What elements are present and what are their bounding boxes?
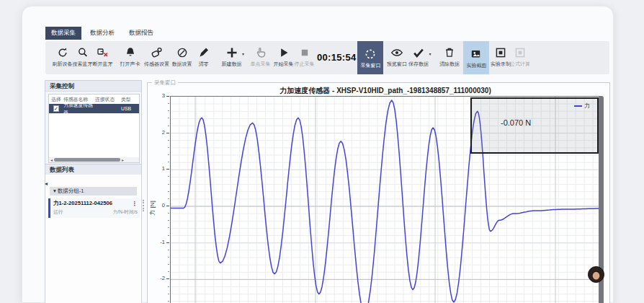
chart-legend: 力 bbox=[574, 102, 590, 110]
y-minor-tick bbox=[168, 126, 169, 126]
preview-window-icon bbox=[390, 46, 403, 59]
y-minor-tick bbox=[168, 257, 169, 258]
chevron-down-icon[interactable]: ▾ bbox=[242, 51, 244, 56]
toolbar-button-tare-zero[interactable]: 清零 bbox=[194, 41, 213, 68]
sensor-table: 选择传感器名称连接状态类型 ✓ 力加速度传感器 USB ◂ ▸ bbox=[48, 94, 140, 163]
y-minor-tick bbox=[168, 294, 169, 294]
toolbar-button-preview-window[interactable]: 预览窗口 bbox=[387, 41, 406, 68]
y-minor-tick bbox=[168, 110, 169, 111]
y-major-tick bbox=[166, 206, 169, 206]
y-tick-label: -2 bbox=[151, 275, 165, 281]
refresh-device-icon bbox=[56, 46, 69, 59]
main-tabs: 数据采集数据分析数据报告 bbox=[45, 27, 159, 40]
y-minor-tick bbox=[168, 184, 169, 185]
y-axis: 力 [N] 3210-1-2 bbox=[148, 83, 170, 303]
data-list-panel: 数据列表 ▾ 数据分组-1 力1-2-20251112-042506 ⋮ 运行 … bbox=[45, 164, 142, 303]
data-item-menu-icon[interactable]: ⋮ bbox=[132, 201, 138, 207]
y-major-tick bbox=[166, 96, 169, 97]
y-tick-label: 1 bbox=[151, 165, 165, 172]
data-item[interactable]: 力1-2-20251112-042506 ⋮ 运行 力/N-时间/s bbox=[48, 198, 140, 218]
start-capture-icon bbox=[277, 46, 290, 59]
y-minor-tick bbox=[168, 118, 169, 118]
toolbar-button-new-data[interactable]: 新建数据 bbox=[222, 41, 241, 68]
data-item-name: 力1-2-20251112-042506 bbox=[53, 200, 112, 207]
data-item-axes: 力/N-时间/s bbox=[112, 208, 138, 216]
toolbar-button-start-capture[interactable]: 开始采集 bbox=[274, 41, 293, 68]
y-tick-label: 2 bbox=[151, 129, 165, 136]
toolbar-button-point-capture[interactable]: 单点采集 bbox=[251, 41, 270, 68]
y-minor-tick bbox=[168, 301, 169, 302]
experiment-record-icon bbox=[494, 46, 507, 59]
y-minor-tick bbox=[168, 198, 169, 199]
y-minor-tick bbox=[168, 191, 169, 192]
avatar-badge[interactable] bbox=[588, 266, 604, 283]
y-minor-tick bbox=[168, 235, 169, 236]
toolbar-button-save-data[interactable]: 保存数据 bbox=[408, 41, 428, 68]
chart-plot-area[interactable]: -0.070 N 力 bbox=[170, 96, 601, 303]
toolbar-button-stop-capture[interactable]: 停止采集 bbox=[295, 41, 314, 68]
sensor-checkbox[interactable]: ✓ bbox=[53, 105, 59, 112]
data-group-row[interactable]: ▾ 数据分组-1 bbox=[50, 187, 137, 196]
toolbar-button-experiment-record[interactable]: 实验录制 bbox=[491, 41, 510, 68]
toolbar-button-data-settings[interactable]: 数据设置 bbox=[172, 41, 192, 68]
data-settings-icon bbox=[176, 46, 189, 59]
y-minor-tick bbox=[168, 140, 169, 141]
y-minor-tick bbox=[168, 271, 169, 272]
scrollbar-thumb[interactable] bbox=[54, 158, 120, 162]
toolbar-button-formula-calc[interactable]: 公式计算 bbox=[510, 41, 529, 68]
stop-capture-icon bbox=[298, 46, 311, 59]
data-list-body: ▾ 数据分组-1 力1-2-20251112-042506 ⋮ 运行 力/N-时… bbox=[45, 175, 141, 303]
toolbar-button-clear-data[interactable]: 清除数据 bbox=[439, 41, 459, 68]
toolbar-button-refresh-device[interactable]: 刷新设备 bbox=[53, 41, 72, 68]
y-major-tick bbox=[166, 169, 169, 170]
panel-splitter-handle[interactable] bbox=[143, 200, 144, 211]
legend-line-swatch bbox=[574, 105, 582, 107]
toolbar-button-capture-window[interactable]: 采集窗口 bbox=[357, 41, 383, 74]
sensor-type: USB bbox=[121, 106, 138, 111]
capture-window-groupbox: 采集窗口 力加速度传感器 - XHSP-V10HID_path_-1981348… bbox=[147, 82, 610, 303]
new-data-icon bbox=[225, 46, 238, 59]
y-minor-tick bbox=[168, 227, 169, 228]
clear-data-icon bbox=[443, 46, 456, 59]
y-minor-tick bbox=[168, 162, 169, 162]
scroll-left-icon[interactable]: ◂ bbox=[49, 157, 54, 162]
tab-数据分析[interactable]: 数据分析 bbox=[84, 27, 120, 40]
scroll-right-icon[interactable]: ▸ bbox=[120, 157, 125, 162]
acquisition-panel-title: 采集控制 bbox=[45, 81, 141, 92]
toolbar-button-experiment-snapshot[interactable]: 实验截图 bbox=[463, 41, 489, 74]
y-major-tick bbox=[166, 278, 169, 279]
disconnect-bluetooth-icon bbox=[97, 46, 109, 59]
capture-window-icon bbox=[364, 48, 377, 61]
y-minor-tick bbox=[168, 176, 169, 177]
y-minor-tick bbox=[168, 154, 169, 155]
y-tick-label: -1 bbox=[151, 239, 165, 245]
table-horizontal-scrollbar[interactable]: ◂ ▸ bbox=[49, 157, 139, 162]
desktop-background: 数据采集数据分析数据报告 刷新设备搜索蓝牙断开蓝牙打开声卡传感器设置数据设置清零… bbox=[0, 0, 644, 303]
y-major-tick bbox=[166, 133, 169, 133]
y-minor-tick bbox=[168, 286, 169, 287]
sidebar-collapse-icon[interactable]: ◂ bbox=[45, 181, 48, 187]
y-minor-tick bbox=[168, 220, 169, 221]
column-header-1: 选择 bbox=[49, 96, 63, 103]
chart-title: 力加速度传感器 - XHSP-V10HID_path_-1981348857_1… bbox=[170, 86, 601, 96]
legend-series-label: 力 bbox=[584, 102, 590, 110]
acquisition-control-panel: 采集控制 选择传感器名称连接状态类型 ✓ 力加速度传感器 USB ◂ ▸ bbox=[45, 80, 142, 167]
tab-数据采集[interactable]: 数据采集 bbox=[45, 27, 81, 40]
point-capture-icon bbox=[254, 46, 267, 59]
y-minor-tick bbox=[168, 103, 169, 104]
tab-数据报告[interactable]: 数据报告 bbox=[123, 27, 159, 40]
sensor-table-row[interactable]: ✓ 力加速度传感器 USB bbox=[49, 104, 139, 113]
y-minor-tick bbox=[168, 250, 169, 250]
y-minor-tick bbox=[168, 264, 169, 265]
app-window: 数据采集数据分析数据报告 刷新设备搜索蓝牙断开蓝牙打开声卡传感器设置数据设置清零… bbox=[22, 6, 614, 303]
toolbar-button-open-soundcard[interactable]: 打开声卡 bbox=[120, 41, 140, 68]
toolbar-button-sensor-settings[interactable]: 传感器设置 bbox=[147, 41, 166, 68]
column-header-4: 类型 bbox=[121, 96, 138, 103]
formula-calc-icon bbox=[514, 46, 527, 59]
toolbar-button-disconnect-bluetooth[interactable]: 断开蓝牙 bbox=[93, 41, 112, 68]
chevron-down-icon[interactable]: ▾ bbox=[429, 51, 431, 56]
experiment-snapshot-icon bbox=[470, 48, 483, 61]
toolbar-button-search-bluetooth[interactable]: 搜索蓝牙 bbox=[73, 41, 92, 68]
toolbar: 刷新设备搜索蓝牙断开蓝牙打开声卡传感器设置数据设置清零新建数据▾单点采集开始采集… bbox=[45, 41, 609, 74]
y-minor-tick bbox=[168, 213, 169, 214]
